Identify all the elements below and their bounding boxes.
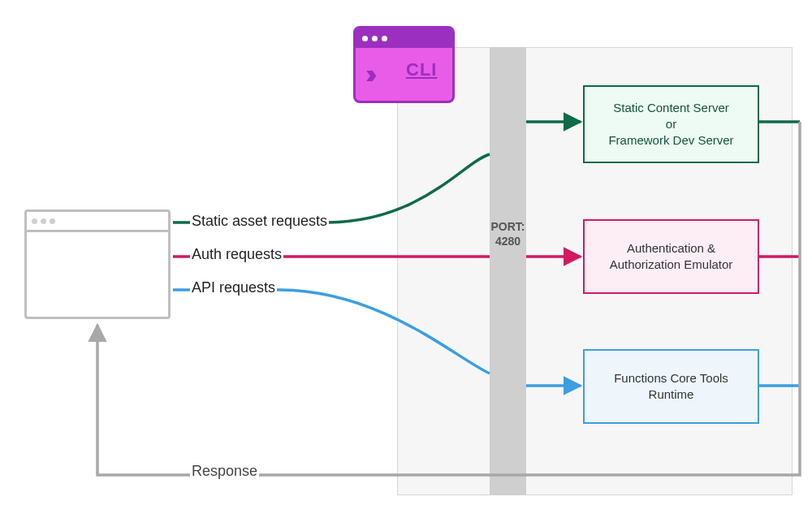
cli-window-icon: ›› CLI [353,26,455,103]
flow-label-auth: Auth requests [190,246,283,263]
chevron-prompt-icon: ›› [365,59,371,87]
service-functions-runtime: Functions Core Tools Runtime [583,349,759,424]
window-dot-icon [382,36,387,41]
window-dot-icon [372,36,378,41]
service-static-content: Static Content Server or Framework Dev S… [583,85,759,163]
browser-titlebar [27,212,168,232]
service-auth-emulator: Authentication & Authorization Emulator [583,219,759,294]
diagram-stage: PORT: 4280 [0,0,812,531]
browser-client-icon [24,209,171,319]
window-dot-icon [41,218,46,224]
flow-label-static: Static asset requests [190,213,329,230]
service-auth-label: Authentication & Authorization Emulator [591,240,751,274]
window-dot-icon [50,218,55,224]
cli-label: CLI [406,59,437,80]
flow-label-api: API requests [190,279,277,296]
flow-label-response: Response [190,463,259,480]
window-dot-icon [362,36,368,41]
cli-body: ›› CLI [356,48,452,101]
service-func-label: Functions Core Tools Runtime [591,370,751,404]
flow-api-left [173,290,490,373]
cli-titlebar [356,28,452,48]
window-dot-icon [32,218,37,224]
service-static-label: Static Content Server or Framework Dev S… [608,100,733,149]
